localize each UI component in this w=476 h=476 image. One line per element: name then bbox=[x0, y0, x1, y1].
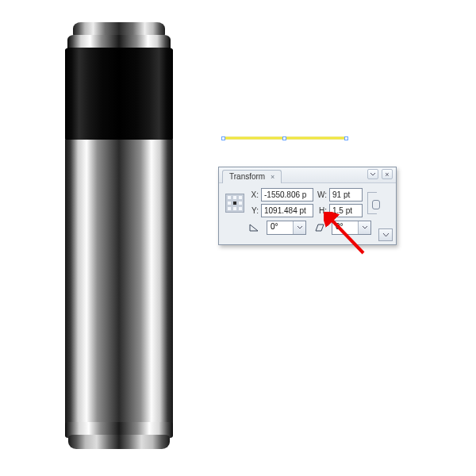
collapse-panel-button[interactable] bbox=[367, 169, 378, 179]
close-tab-icon[interactable]: × bbox=[271, 173, 274, 181]
w-label: W: bbox=[316, 190, 327, 199]
selected-line-segment[interactable] bbox=[224, 136, 346, 140]
panel-tabbar: Transform × × bbox=[219, 167, 396, 183]
selection-handle-left[interactable] bbox=[221, 136, 225, 140]
rotate-angle-dropdown[interactable]: 0° bbox=[267, 221, 306, 235]
transform-tab[interactable]: Transform × bbox=[222, 170, 282, 183]
angle-icon bbox=[248, 222, 260, 233]
constrain-proportions-icon[interactable] bbox=[367, 192, 377, 214]
rotate-angle-dropdown-button[interactable] bbox=[293, 221, 305, 234]
y-label: Y: bbox=[248, 206, 259, 215]
h-input[interactable] bbox=[329, 204, 363, 217]
selection-handle-middle[interactable] bbox=[282, 136, 286, 140]
tab-label: Transform bbox=[229, 172, 265, 181]
transform-panel: Transform × × X: W: bbox=[218, 167, 397, 245]
reference-point-selector[interactable] bbox=[225, 194, 244, 213]
w-input[interactable] bbox=[329, 188, 363, 202]
shear-icon bbox=[313, 222, 325, 233]
close-panel-button[interactable]: × bbox=[382, 169, 393, 179]
battery-bottom-cap bbox=[68, 435, 170, 449]
x-label: X: bbox=[248, 190, 259, 199]
shear-angle-value[interactable]: 0° bbox=[332, 221, 358, 234]
selection-handle-right[interactable] bbox=[344, 136, 348, 140]
battery-illustration bbox=[65, 22, 173, 451]
panel-menu-button[interactable] bbox=[378, 228, 393, 241]
rotate-angle-value[interactable]: 0° bbox=[267, 221, 293, 234]
shear-angle-dropdown[interactable]: 0° bbox=[332, 221, 371, 235]
x-input[interactable] bbox=[261, 188, 313, 202]
y-input[interactable] bbox=[261, 204, 313, 217]
shear-angle-dropdown-button[interactable] bbox=[358, 221, 370, 234]
h-label: H: bbox=[316, 206, 327, 215]
panel-body: X: W: Y: H: 0° bbox=[219, 183, 396, 244]
battery-body bbox=[65, 140, 173, 425]
battery-black-band bbox=[65, 48, 173, 141]
reference-point-center[interactable] bbox=[232, 201, 237, 205]
